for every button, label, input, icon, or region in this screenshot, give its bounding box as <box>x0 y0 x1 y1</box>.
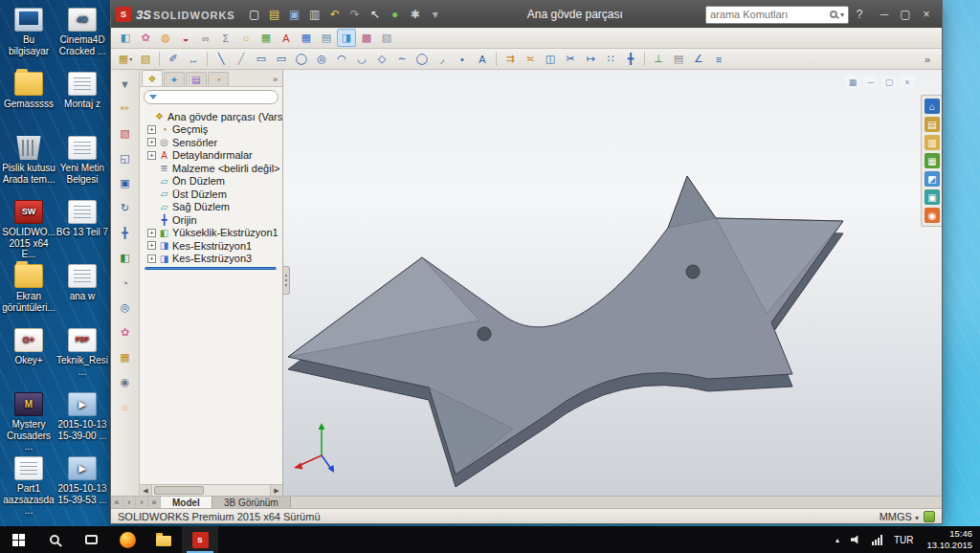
offset-entities-icon[interactable]: ≍ <box>521 50 540 68</box>
display-relations-icon[interactable]: ⊥ <box>649 50 668 68</box>
desktop-icon[interactable]: Pislik kutusu Arada tem... <box>2 136 56 185</box>
desktop-icon[interactable]: 2015-10-13 15-39-53 ... <box>56 456 109 505</box>
desktop-icon[interactable]: Teknik_Resi... <box>56 328 109 377</box>
restore-button[interactable]: ▢ <box>895 5 916 24</box>
polygon-icon[interactable]: ◇ <box>372 50 391 68</box>
doc-minimize-icon[interactable]: ─ <box>863 76 879 88</box>
tab-configurationmanager[interactable]: ▤ <box>186 72 207 86</box>
scrollbar-track[interactable] <box>152 485 270 496</box>
spline-icon[interactable]: ∼ <box>392 50 412 68</box>
language-indicator[interactable]: TUR <box>888 526 920 553</box>
display-style-icon[interactable]: ◔ <box>116 274 135 292</box>
tree-item[interactable]: ▱Üst Düzlem <box>143 188 282 201</box>
selection-filter-icon[interactable]: ▼ <box>116 75 135 93</box>
file-explorer-icon[interactable]: ▥ <box>924 135 940 150</box>
tab-3d-views[interactable]: 3B Görünüm <box>212 497 291 508</box>
redo-icon[interactable]: ↷ <box>345 5 365 24</box>
rotate-view-icon[interactable]: ↻ <box>116 199 135 217</box>
tree-filter[interactable] <box>144 90 278 104</box>
line-icon[interactable]: ╲ <box>212 50 231 68</box>
tab-model[interactable]: Model <box>161 497 212 508</box>
camera-icon[interactable]: ◉ <box>116 373 135 391</box>
tab-displaymanager[interactable]: ◔ <box>208 72 229 86</box>
open-document-icon[interactable]: ▤ <box>265 5 284 24</box>
desktop-icon[interactable]: Mystery Crusaders ... <box>2 392 56 453</box>
tab-scroll-next-icon[interactable]: › <box>136 497 148 508</box>
expand-toggle[interactable]: + <box>147 229 156 237</box>
tree-item[interactable]: ▱Sağ Düzlem <box>143 201 282 214</box>
select-arrow-icon[interactable]: ↖ <box>366 5 385 24</box>
tab-scroll-first-icon[interactable]: « <box>111 497 123 508</box>
solidworks-resources-icon[interactable]: ⌂ <box>924 99 940 114</box>
extend-entities-icon[interactable]: ↦ <box>581 50 600 68</box>
command-search-input[interactable] <box>710 9 827 20</box>
doc-restore-icon[interactable]: ▢ <box>881 76 897 88</box>
chain-link-icon[interactable]: ∞ <box>196 29 215 47</box>
mirror-entities-icon[interactable]: ◫ <box>541 50 560 68</box>
units-selector[interactable]: MMGS ▾ <box>880 511 919 522</box>
desktop-icon[interactable]: BG 13 Teil 7 <box>56 200 109 238</box>
tab-featuremanager[interactable]: ❖ <box>142 70 163 86</box>
point-icon[interactable]: • <box>453 50 472 68</box>
custom-properties-icon[interactable]: ▣ <box>924 189 940 205</box>
firefox-taskbar-button[interactable] <box>109 526 145 553</box>
note-icon[interactable]: A <box>277 29 296 47</box>
tab-scroll-prev-icon[interactable]: ‹ <box>123 497 136 508</box>
sketch-icon[interactable]: ▦▾ <box>116 50 135 68</box>
command-search[interactable]: ▾ <box>705 6 849 24</box>
new-document-icon[interactable]: ▢ <box>245 5 264 24</box>
tangent-arc-icon[interactable]: ◡ <box>352 50 371 68</box>
lighting-icon[interactable]: ○ <box>116 398 135 416</box>
solidworks-taskbar-button[interactable] <box>182 526 218 553</box>
scroll-right-icon[interactable]: ▶ <box>270 485 282 496</box>
tree-item[interactable]: ▱Ön Düzlem <box>143 175 282 188</box>
tree-item[interactable]: +ADetaylandırmalar <box>143 149 282 163</box>
tree-item[interactable]: +◧Yükseklik-Ekstrüzyon1 <box>143 227 282 240</box>
desktop-icon[interactable]: Montaj z <box>56 72 109 110</box>
tab-scroll-last-icon[interactable]: » <box>148 497 161 508</box>
search-dropdown-caret-icon[interactable]: ▾ <box>840 11 844 19</box>
panel-tab-overflow-icon[interactable]: » <box>273 75 280 86</box>
appearance-brush-icon[interactable]: ✿ <box>116 323 135 342</box>
tree-item[interactable]: +◔Geçmiş <box>143 123 282 137</box>
grid-system-icon[interactable]: ▦ <box>256 29 276 47</box>
hide-show-icon[interactable]: ◎ <box>116 299 135 317</box>
toolbar-options-caret-icon[interactable]: ▾ <box>426 5 445 24</box>
corner-rectangle-icon[interactable]: ▭ <box>252 50 271 68</box>
sketch-picture-icon[interactable]: ▤ <box>669 50 688 68</box>
doc-close-icon[interactable]: × <box>900 76 915 88</box>
scrollbar-thumb[interactable] <box>154 486 204 495</box>
desktop-icon[interactable]: 2015-10-13 15-39-00 ... <box>56 392 109 441</box>
section-view-icon[interactable]: ◧ <box>116 249 135 267</box>
volume-icon[interactable] <box>845 526 866 553</box>
desktop-icon[interactable]: Yeni Metin Belgesi <box>56 136 109 185</box>
desktop-icon[interactable]: Gemasssss <box>2 72 56 110</box>
scene-icon[interactable]: ▦ <box>116 348 135 366</box>
tree-item[interactable]: ❖Ana gövde parçası (Varsayılan< <box>143 110 282 123</box>
save-icon[interactable]: ▣ <box>285 5 304 24</box>
expand-toggle[interactable]: + <box>147 125 156 134</box>
tree-item[interactable]: +◨Kes-Ekstrüzyon1 <box>143 239 282 253</box>
sheet-format-icon[interactable]: ▧ <box>377 29 396 47</box>
3d-sketch-icon[interactable]: ▧ <box>136 50 155 68</box>
pan-view-icon[interactable]: ╋ <box>116 224 135 242</box>
options-icon[interactable]: ✱ <box>406 5 425 24</box>
move-entities-icon[interactable]: ╋ <box>621 50 640 68</box>
forum-icon[interactable]: ◉ <box>924 208 940 223</box>
print-icon[interactable]: ▥ <box>305 5 324 24</box>
rebuild-icon[interactable]: ● <box>386 5 405 24</box>
clock[interactable]: 15:46 13.10.2015 <box>919 528 980 551</box>
trim-entities-icon[interactable]: ✂ <box>561 50 580 68</box>
appearances-scenes-icon[interactable]: ◩ <box>924 171 940 187</box>
explorer-taskbar-button[interactable] <box>145 526 182 553</box>
sketch-toolbar-overflow-icon[interactable]: » <box>918 50 937 68</box>
general-table-icon[interactable]: ▦ <box>297 29 316 47</box>
tree-horizontal-scrollbar[interactable]: ◀ ▶ <box>140 484 282 496</box>
convert-entities-icon[interactable]: ⇉ <box>501 50 520 68</box>
straight-slot-icon[interactable]: ▭ <box>272 50 291 68</box>
tree-filter-input[interactable] <box>161 92 273 102</box>
smart-dimension-icon[interactable]: ✐ <box>164 50 183 68</box>
zoom-fit-icon[interactable]: ◱ <box>116 149 135 167</box>
instant3d-icon[interactable]: ◨ <box>337 29 356 47</box>
centerpoint-arc-icon[interactable]: ◠ <box>332 50 351 68</box>
